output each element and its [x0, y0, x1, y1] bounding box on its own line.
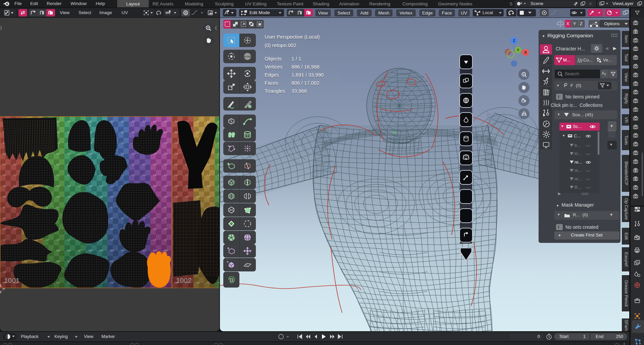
- svg-text:K0: K0: [3, 227, 6, 230]
- svg-text:E1: E1: [13, 163, 17, 166]
- svg-text:F6: F6: [175, 174, 178, 177]
- svg-text:J1: J1: [121, 217, 124, 220]
- svg-text:M0: M0: [110, 249, 114, 252]
- svg-text:A6: A6: [67, 120, 71, 123]
- svg-text:F5: F5: [164, 174, 167, 177]
- svg-text:M5: M5: [164, 249, 168, 252]
- svg-text:F5: F5: [56, 174, 60, 177]
- svg-text:E3: E3: [142, 163, 146, 166]
- svg-text:I4: I4: [46, 206, 48, 209]
- svg-text:G6: G6: [175, 184, 178, 187]
- svg-text:H6: H6: [67, 195, 71, 198]
- svg-text:D0: D0: [218, 152, 219, 155]
- svg-text:A3: A3: [142, 120, 146, 123]
- svg-text:H9: H9: [207, 195, 211, 198]
- svg-text:E9: E9: [207, 163, 210, 166]
- svg-text:L0: L0: [3, 238, 6, 241]
- svg-text:L1: L1: [13, 238, 16, 241]
- svg-text:P5: P5: [56, 281, 60, 284]
- svg-text:G8: G8: [89, 184, 92, 187]
- svg-text:F2: F2: [132, 174, 135, 177]
- svg-text:E4: E4: [153, 163, 156, 166]
- svg-text:Z: Z: [513, 39, 515, 43]
- svg-text:B2: B2: [132, 131, 135, 134]
- svg-text:C1: C1: [121, 141, 125, 144]
- svg-text:M1: M1: [121, 249, 125, 252]
- svg-text:Y: Y: [517, 48, 519, 52]
- svg-text:F0: F0: [218, 174, 219, 177]
- svg-text:G1: G1: [13, 184, 17, 187]
- svg-text:E0: E0: [3, 163, 6, 166]
- svg-text:A2: A2: [132, 120, 135, 123]
- svg-text:A4: A4: [153, 120, 156, 123]
- svg-text:I5: I5: [56, 206, 59, 209]
- svg-text:E0: E0: [218, 163, 219, 166]
- svg-text:M9: M9: [99, 249, 103, 252]
- svg-text:A5: A5: [164, 120, 167, 123]
- svg-text:K1: K1: [13, 227, 17, 230]
- svg-text:M6: M6: [67, 249, 71, 252]
- svg-text:B6: B6: [175, 131, 178, 134]
- svg-text:L4: L4: [153, 238, 156, 241]
- svg-text:D6: D6: [175, 152, 178, 155]
- svg-text:D5: D5: [56, 152, 60, 155]
- svg-text:G0: G0: [218, 184, 219, 187]
- svg-text:I0: I0: [110, 206, 112, 209]
- svg-text:A8: A8: [89, 120, 92, 123]
- svg-text:H9: H9: [99, 195, 103, 198]
- svg-text:J5: J5: [164, 217, 167, 220]
- svg-text:H0: H0: [218, 195, 219, 198]
- svg-text:F0: F0: [3, 174, 6, 177]
- svg-text:G0: G0: [3, 184, 6, 187]
- svg-text:1002: 1002: [176, 276, 192, 284]
- svg-text:A0: A0: [110, 120, 113, 123]
- svg-text:D6: D6: [67, 152, 71, 155]
- svg-text:B5: B5: [164, 131, 167, 134]
- svg-text:K0: K0: [110, 227, 113, 230]
- svg-text:F9: F9: [99, 174, 103, 177]
- svg-text:E5: E5: [164, 163, 167, 166]
- svg-text:N2: N2: [24, 260, 28, 263]
- svg-text:A5: A5: [56, 120, 60, 123]
- svg-text:K5: K5: [164, 227, 167, 230]
- svg-text:B1: B1: [121, 131, 124, 134]
- svg-text:I5: I5: [164, 206, 166, 209]
- svg-text:D5: D5: [164, 152, 168, 155]
- svg-text:A8: A8: [196, 120, 199, 123]
- svg-text:G9: G9: [99, 184, 103, 187]
- svg-text:L4: L4: [46, 238, 49, 241]
- svg-text:1001: 1001: [4, 276, 20, 284]
- svg-text:H8: H8: [196, 195, 200, 198]
- svg-text:P0: P0: [110, 281, 113, 284]
- svg-text:C6: C6: [175, 141, 178, 144]
- svg-text:G5: G5: [164, 184, 168, 187]
- svg-text:H6: H6: [175, 195, 178, 198]
- svg-text:X: X: [524, 50, 526, 54]
- svg-text:G5: G5: [56, 184, 60, 187]
- svg-text:A9: A9: [207, 120, 210, 123]
- svg-text:M5: M5: [56, 249, 60, 252]
- svg-text:D7: D7: [78, 152, 82, 155]
- svg-text:J0: J0: [110, 217, 113, 220]
- svg-text:H5: H5: [164, 195, 168, 198]
- svg-text:D2: D2: [132, 152, 135, 155]
- svg-text:H7: H7: [185, 195, 189, 198]
- svg-text:A0: A0: [218, 120, 219, 123]
- svg-text:L5: L5: [164, 238, 167, 241]
- svg-text:K4: K4: [153, 227, 156, 230]
- svg-text:F7: F7: [185, 174, 189, 177]
- svg-text:G7: G7: [78, 184, 82, 187]
- svg-text:NONE: NONE: [244, 55, 251, 58]
- svg-text:G0: G0: [110, 184, 114, 187]
- svg-text:P0: P0: [218, 281, 219, 284]
- svg-text:G9: G9: [207, 184, 211, 187]
- svg-text:N5: N5: [56, 260, 60, 263]
- svg-text:B8: B8: [196, 131, 199, 134]
- svg-text:D1: D1: [121, 152, 125, 155]
- svg-text:H0: H0: [110, 195, 114, 198]
- svg-text:A1: A1: [121, 120, 124, 123]
- svg-text:O0: O0: [3, 270, 6, 273]
- svg-text:J4: J4: [153, 217, 156, 220]
- svg-text:D8: D8: [89, 152, 92, 155]
- svg-text:C5: C5: [164, 141, 168, 144]
